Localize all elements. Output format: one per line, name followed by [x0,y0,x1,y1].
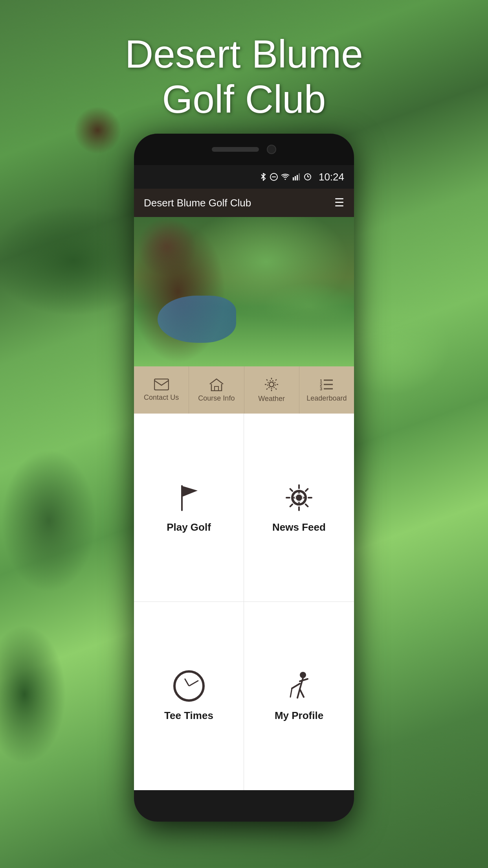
house-icon [209,378,224,391]
hamburger-menu-icon[interactable]: ☰ [334,197,344,208]
play-golf-button[interactable]: Play Golf [134,414,244,602]
course-image-inner [134,217,354,366]
tee-times-label: Tee Times [164,710,213,722]
flag-icon [173,482,205,513]
svg-line-26 [292,684,300,688]
svg-rect-5 [297,175,298,180]
tab-contact-us[interactable]: Contact Us [134,366,189,414]
my-profile-button[interactable]: My Profile [244,602,354,790]
alarm-icon [304,173,312,181]
svg-line-30 [300,689,304,697]
svg-rect-6 [299,173,300,180]
news-feed-button[interactable]: News Feed [244,414,354,602]
tab-course-info[interactable]: Course Info [189,366,244,414]
tab-bar: Contact Us Course Info Weather 1 2 [134,366,354,414]
tee-times-button[interactable]: Tee Times [134,602,244,790]
app-header-title: Desert Blume Golf Club [144,197,251,209]
svg-text:3: 3 [320,386,322,391]
app-header: Desert Blume Golf Club ☰ [134,189,354,217]
dnd-icon [270,173,278,181]
svg-point-2 [284,179,286,180]
phone-frame: 10:24 Desert Blume Golf Club ☰ Contact U… [134,134,354,822]
golfer-icon [283,670,315,702]
phone-speaker [212,147,259,152]
news-icon [283,482,315,513]
wifi-icon [281,173,290,180]
status-bar: 10:24 [134,165,354,189]
main-content-grid: Play Golf News Feed [134,414,354,790]
status-time: 10:24 [319,171,344,183]
my-profile-label: My Profile [275,710,323,722]
river-element [158,296,236,343]
envelope-icon [154,379,169,390]
page-background-title: Desert Blume Golf Club [0,31,488,122]
svg-rect-4 [295,176,296,180]
course-image [134,217,354,366]
svg-point-23 [296,495,302,501]
status-icons [260,173,312,181]
title-line2: Golf Club [162,77,326,121]
phone-top-bezel [134,134,354,165]
tab-contact-label: Contact Us [144,394,179,402]
news-feed-label: News Feed [272,521,326,533]
tab-course-label: Course Info [198,394,235,403]
phone-camera [267,145,276,154]
tab-leaderboard-label: Leaderboard [306,394,347,403]
svg-line-27 [290,688,292,697]
leaderboard-icon: 1 2 3 [319,378,334,391]
title-line1: Desert Blume [125,32,363,76]
gear-icon [264,377,279,392]
tab-weather[interactable]: Weather [244,366,299,414]
clock-icon [173,670,205,702]
svg-rect-3 [293,177,294,180]
svg-point-24 [300,672,306,678]
svg-point-12 [269,382,274,387]
bluetooth-icon [260,173,267,181]
svg-rect-11 [215,386,218,391]
signal-icon [293,173,301,180]
phone-bottom-bezel [134,790,354,822]
svg-line-29 [297,689,300,698]
play-golf-label: Play Golf [167,521,211,533]
svg-rect-10 [154,379,169,390]
tab-weather-label: Weather [258,395,285,403]
tab-leaderboard[interactable]: 1 2 3 Leaderboard [299,366,354,414]
svg-line-28 [300,679,308,681]
clock-minute-hand [189,680,199,687]
